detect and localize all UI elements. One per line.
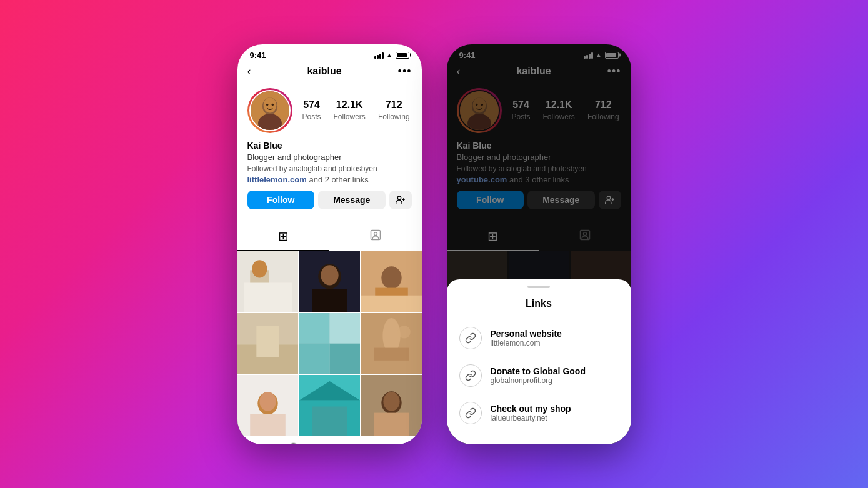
tabs-row-light: ⊞ xyxy=(237,222,422,251)
sheet-title: Links xyxy=(447,298,631,309)
avatar-image xyxy=(251,91,289,130)
battery-icon xyxy=(396,52,409,59)
svg-rect-42 xyxy=(312,406,347,435)
photo-cell-8[interactable] xyxy=(299,375,360,436)
home-nav-icon[interactable]: ⌂ xyxy=(258,442,266,444)
grid-icon: ⊞ xyxy=(278,229,289,244)
link-icon-0 xyxy=(459,327,482,349)
link-icon-1 xyxy=(459,364,482,387)
link-icon-2 xyxy=(459,402,482,424)
profile-section-light: 574 Posts 12.1K Followers 712 Following … xyxy=(237,83,422,217)
followers-label: Followers xyxy=(334,112,366,121)
profile-name: Kai Blue xyxy=(247,141,412,151)
photo-cell-4[interactable] xyxy=(237,313,298,374)
svg-rect-29 xyxy=(299,343,330,374)
more-options-button[interactable]: ••• xyxy=(398,65,412,78)
svg-rect-22 xyxy=(361,295,422,311)
signal-icon xyxy=(374,51,384,59)
svg-point-13 xyxy=(252,260,267,277)
svg-point-10 xyxy=(374,232,377,236)
link-url-0: littlelemon.com xyxy=(491,339,562,347)
light-phone: 9:41 ▲ ‹ kaiblue ••• xyxy=(237,44,422,444)
photo-cell-1[interactable] xyxy=(237,251,298,312)
svg-point-4 xyxy=(266,103,267,105)
stat-followers[interactable]: 12.1K Followers xyxy=(334,99,366,122)
avatar[interactable] xyxy=(247,88,292,133)
link-item-1[interactable]: Donate to Global Good globalnonprofit.or… xyxy=(447,357,631,394)
photo-cell-2[interactable] xyxy=(299,251,360,312)
svg-point-3 xyxy=(263,97,276,112)
svg-point-37 xyxy=(259,392,276,411)
svg-rect-27 xyxy=(299,313,330,344)
followers-count: 12.1K xyxy=(334,99,366,111)
add-person-button[interactable] xyxy=(389,191,412,209)
back-button[interactable]: ‹ xyxy=(247,65,251,78)
dark-phone: 9:41 ▲ ‹ kaiblue ••• xyxy=(447,44,631,444)
svg-rect-33 xyxy=(374,347,409,360)
search-nav-icon[interactable]: 🔍 xyxy=(287,442,304,444)
follow-button[interactable]: Follow xyxy=(247,191,315,209)
link-title-0: Personal website xyxy=(491,329,562,339)
status-time-light: 9:41 xyxy=(250,51,266,60)
message-button[interactable]: Message xyxy=(318,191,386,209)
reels-nav-icon[interactable]: ▶ xyxy=(326,442,336,444)
status-icons-light: ▲ xyxy=(374,51,409,59)
stat-posts[interactable]: 574 Posts xyxy=(302,99,321,122)
link-title-2: Check out my shop xyxy=(491,404,571,414)
link-item-2[interactable]: Check out my shop lalueurbeauty.net xyxy=(447,394,631,432)
status-bar-light: 9:41 ▲ xyxy=(237,44,422,62)
svg-rect-14 xyxy=(244,282,292,311)
svg-rect-28 xyxy=(329,343,360,374)
svg-point-6 xyxy=(397,196,401,199)
stat-following[interactable]: 712 Following xyxy=(378,99,410,122)
link-url-2: lalueurbeauty.net xyxy=(491,414,571,422)
profile-bio: Blogger and photographer xyxy=(247,152,412,163)
svg-rect-38 xyxy=(250,414,286,435)
links-sheet: Links Personal website littlelemon.com xyxy=(447,279,631,444)
photo-grid-light xyxy=(237,251,422,436)
nav-bar-light: ‹ kaiblue ••• xyxy=(237,62,422,83)
photo-cell-6[interactable] xyxy=(361,313,422,374)
person-square-icon xyxy=(369,229,382,245)
svg-rect-30 xyxy=(329,313,360,344)
bottom-nav-light: ⌂ 🔍 ▶ 🛍 ● xyxy=(237,436,422,444)
svg-point-17 xyxy=(321,265,338,285)
photo-cell-9[interactable] xyxy=(361,375,422,436)
svg-rect-25 xyxy=(256,326,279,357)
wifi-icon: ▲ xyxy=(386,51,393,59)
svg-point-34 xyxy=(397,326,410,338)
posts-label: Posts xyxy=(302,112,321,121)
photo-cell-5[interactable] xyxy=(299,313,360,374)
profile-link[interactable]: littlelemon.com and 2 other links xyxy=(247,175,412,184)
link-item-0[interactable]: Personal website littlelemon.com xyxy=(447,319,631,357)
link-title-1: Donate to Global Good xyxy=(491,366,586,376)
link-url-1: globalnonprofit.org xyxy=(491,376,586,385)
profile-row: 574 Posts 12.1K Followers 712 Following xyxy=(247,88,412,133)
stats-row: 574 Posts 12.1K Followers 712 Following xyxy=(302,99,412,122)
svg-rect-18 xyxy=(312,289,347,311)
following-count: 712 xyxy=(378,99,410,111)
add-person-icon xyxy=(396,195,406,205)
posts-count: 574 xyxy=(302,99,321,111)
svg-point-20 xyxy=(381,266,401,289)
profile-followed-by: Followed by analoglab and photosbyen xyxy=(247,164,412,173)
svg-point-5 xyxy=(271,103,273,105)
tab-tagged[interactable] xyxy=(329,222,422,251)
photo-cell-7[interactable] xyxy=(237,375,298,436)
shop-nav-icon[interactable]: 🛍 xyxy=(357,442,371,444)
following-label: Following xyxy=(378,112,410,121)
action-buttons: Follow Message xyxy=(247,191,412,209)
profile-username: kaiblue xyxy=(307,66,341,77)
svg-point-45 xyxy=(383,392,399,411)
sheet-handle xyxy=(527,286,550,288)
tab-grid[interactable]: ⊞ xyxy=(237,222,330,251)
svg-rect-46 xyxy=(374,412,409,435)
profile-nav-icon[interactable]: ● xyxy=(392,442,401,444)
photo-cell-3[interactable] xyxy=(361,251,422,312)
